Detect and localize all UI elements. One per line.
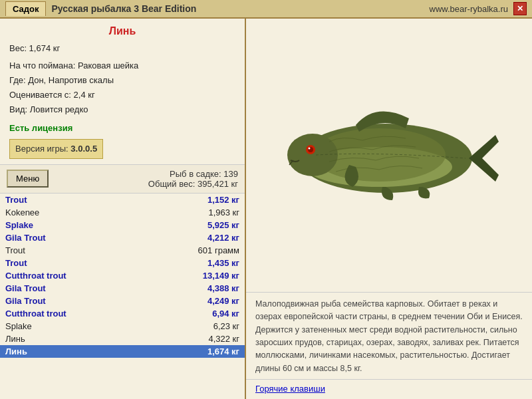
fish-list-item[interactable]: Trout1,152 кг	[0, 194, 245, 206]
fish-list-item[interactable]: Линь4,322 кг	[0, 332, 245, 345]
fish-list-item[interactable]: Gila Trout4,249 кг	[0, 295, 245, 307]
main-layout: Линь Вес: 1,674 кг На что поймана: Раков…	[0, 19, 532, 399]
fish-details: Вес: 1,674 кг На что поймана: Раковая ше…	[9, 41, 235, 159]
svg-point-3	[287, 134, 338, 176]
fish-list-name: Trout	[5, 258, 27, 268]
fish-info-section: Линь Вес: 1,674 кг На что поймана: Раков…	[0, 19, 245, 165]
license-status: Есть лицензия	[9, 121, 235, 136]
fish-list-weight: 6,94 кг	[212, 309, 239, 319]
fish-list-name: Splake	[5, 321, 32, 331]
fish-list-weight: 1,152 кг	[207, 195, 239, 205]
fish-illustration	[276, 88, 502, 221]
fish-stats: Рыб в садке: 139 Общий вес: 395,421 кг	[59, 169, 238, 189]
version-number: 3.0.0.5	[70, 144, 97, 154]
fish-list-item[interactable]: Trout601 грамм	[0, 244, 245, 257]
fish-where: Где: Дон, Напротив скалы	[9, 73, 235, 88]
right-panel: Малоподвижная рыба семейства карповых. О…	[246, 19, 532, 399]
fish-list-weight: 4,322 кг	[208, 334, 239, 344]
fish-list-name: Splake	[5, 220, 33, 230]
fish-list-item[interactable]: Линь1,674 кг	[0, 345, 245, 358]
fish-list-weight: 4,388 кг	[207, 283, 239, 293]
fish-list-item[interactable]: Cutthroat trout13,149 кг	[0, 269, 245, 282]
hotkeys-link[interactable]: Горячие клавиши	[255, 384, 325, 394]
fish-caught-on: На что поймана: Раковая шейка	[9, 59, 235, 73]
fish-list-weight: 1,674 кг	[207, 346, 239, 356]
total-weight: Общий вес: 395,421 кг	[59, 179, 238, 189]
fish-list-name: Trout	[5, 195, 27, 205]
version-box: Версия игры: 3.0.0.5	[9, 139, 103, 159]
fish-list-weight: 1,963 кг	[208, 207, 239, 217]
fish-count: Рыб в садке: 139	[59, 169, 238, 179]
fish-list-name: Gila Trout	[5, 283, 46, 293]
left-panel: Линь Вес: 1,674 кг На что поймана: Раков…	[0, 19, 246, 399]
version-label: Версия игры:	[15, 144, 68, 154]
fish-list-name: Линь	[5, 334, 25, 344]
svg-point-6	[309, 148, 311, 150]
fish-list-item[interactable]: Splake6,23 кг	[0, 320, 245, 332]
fish-image-area	[246, 19, 532, 292]
fish-list-weight: 1,435 кг	[207, 258, 239, 268]
fish-list-weight: 5,925 кг	[207, 220, 239, 230]
fish-list-weight: 4,249 кг	[207, 296, 239, 306]
fish-list[interactable]: Trout1,152 кгKokenee1,963 кгSplake5,925 …	[0, 194, 245, 399]
fish-list-name: Cutthroat trout	[5, 309, 66, 319]
fish-weight: Вес: 1,674 кг	[9, 41, 235, 56]
fish-list-item[interactable]: Gila Trout4,212 кг	[0, 231, 245, 244]
fish-list-item[interactable]: Gila Trout4,388 кг	[0, 282, 245, 295]
fish-list-item[interactable]: Kokenee1,963 кг	[0, 206, 245, 219]
tab-sadok[interactable]: Садок	[5, 1, 46, 16]
fish-starts-from: Оценивается с: 2,4 кг	[9, 88, 235, 102]
fish-list-name: Kokenee	[5, 207, 39, 217]
fish-list-weight: 13,149 кг	[203, 271, 239, 281]
titlebar: Садок Русская рыбалка 3 Bear Edition www…	[0, 0, 532, 19]
fish-list-weight: 4,212 кг	[207, 233, 239, 243]
fish-list-weight: 601 грамм	[198, 245, 239, 255]
fish-list-name: Gila Trout	[5, 233, 46, 243]
close-button[interactable]: ✕	[513, 2, 527, 15]
fish-list-name: Cutthroat trout	[5, 271, 66, 281]
app-title: Русская рыбалка 3 Bear Edition	[51, 3, 429, 14]
fish-list-item[interactable]: Splake5,925 кг	[0, 219, 245, 231]
menu-button[interactable]: Меню	[7, 170, 49, 188]
fish-description: Малоподвижная рыба семейства карповых. О…	[246, 292, 532, 379]
fish-list-container: Trout1,152 кгKokenee1,963 кгSplake5,925 …	[0, 194, 245, 399]
fish-list-item[interactable]: Trout1,435 кг	[0, 257, 245, 269]
website-url: www.bear-rybalka.ru	[430, 4, 509, 14]
fish-name: Линь	[9, 25, 235, 37]
fish-list-weight: 6,23 кг	[213, 321, 239, 331]
fish-list-name: Trout	[5, 245, 25, 255]
fish-species: Вид: Ловится редко	[9, 102, 235, 117]
controls-bar: Меню Рыб в садке: 139 Общий вес: 395,421…	[0, 165, 245, 194]
fish-list-name: Gila Trout	[5, 296, 46, 306]
fish-list-name: Линь	[5, 346, 27, 356]
hotkeys-link-section: Горячие клавиши	[246, 379, 532, 399]
fish-list-item[interactable]: Cutthroat trout6,94 кг	[0, 307, 245, 320]
